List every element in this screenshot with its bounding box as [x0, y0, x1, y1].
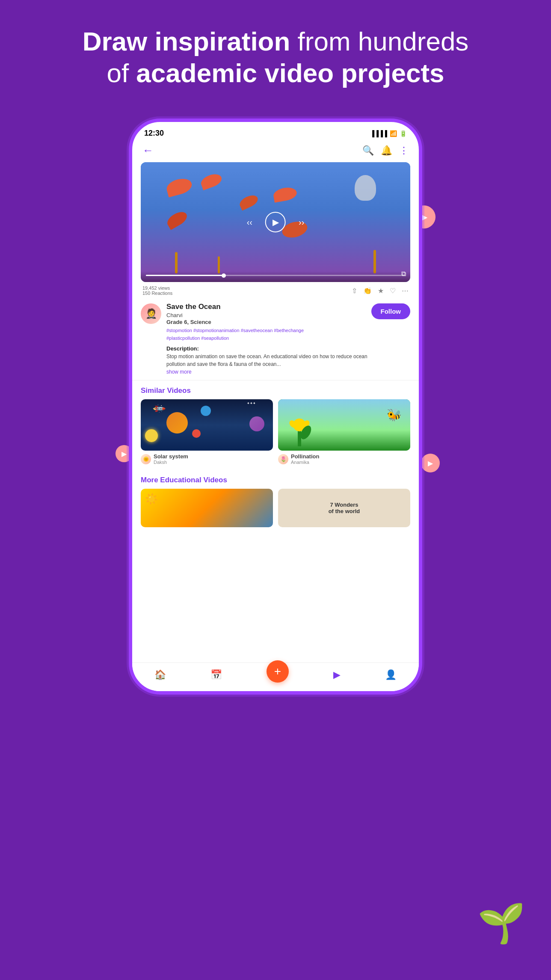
wonders-text: 7 Wondersof the world — [329, 502, 360, 515]
headline-bold1: Draw inspiration — [83, 27, 290, 56]
progress-dot — [222, 273, 226, 278]
similar-videos-title: Similar Videos — [132, 380, 419, 399]
stats-actions: ⇧ 👏 ★ ♡ ⋯ — [352, 287, 409, 295]
video-stats: 19,452 views 150 Reactions ⇧ 👏 ★ ♡ ⋯ — [132, 282, 419, 299]
bell-icon[interactable]: 🔔 — [381, 145, 392, 156]
channel-tags: #stopmotion #stopmotionanimation #saveth… — [166, 327, 368, 342]
add-icon: + — [274, 665, 281, 678]
status-time: 12:30 — [144, 129, 164, 138]
description-label: Description: — [166, 345, 368, 352]
phone-frame: 12:30 ▐▐▐▐ 📶 🔋 ← 🔍 🔔 ⋮ — [130, 120, 421, 693]
forward-button[interactable]: ›› — [299, 217, 304, 227]
video-card-solar[interactable]: 🚀 ✦✦✦ 🌞 Solar system Daksh — [141, 399, 273, 465]
solar-title: Solar system — [154, 453, 188, 460]
pollination-card-info: 🌷 Pollination Anamika — [278, 453, 410, 465]
video-card-pollination[interactable]: 🐝 🌷 Pollination Anami — [278, 399, 410, 465]
star-icon[interactable]: ★ — [378, 287, 384, 295]
solar-avatar: 🌞 — [141, 454, 151, 464]
solar-card-info: 🌞 Solar system Daksh — [141, 453, 273, 465]
progress-fill — [146, 275, 224, 276]
similar-videos-list: 🚀 ✦✦✦ 🌞 Solar system Daksh — [132, 399, 419, 470]
pollination-author: Anamika — [291, 460, 319, 465]
more-videos-title: More Educational Videos — [132, 470, 419, 489]
edu-thumb-1[interactable]: ☀️ — [141, 489, 273, 527]
play-button[interactable]: ▶ — [265, 212, 286, 232]
nav-calendar[interactable]: 📅 — [210, 669, 222, 680]
top-nav: ← 🔍 🔔 ⋮ — [132, 141, 419, 162]
float-play-right2-icon: ▶ — [421, 454, 440, 472]
more-icon[interactable]: ⋮ — [399, 145, 409, 156]
video-controls — [141, 271, 410, 282]
status-bar: 12:30 ▐▐▐▐ 📶 🔋 — [132, 122, 419, 141]
more-videos-list: ☀️ 7 Wondersof the world — [132, 489, 419, 532]
phone-screen: 12:30 ▐▐▐▐ 📶 🔋 ← 🔍 🔔 ⋮ — [132, 122, 419, 691]
rewind-button[interactable]: ‹‹ — [247, 217, 252, 227]
headline-normal1: from hundreds — [290, 27, 468, 56]
follow-button[interactable]: Follow — [371, 303, 411, 319]
description-text: Stop motion animation on save the ocean.… — [166, 353, 368, 368]
headline: Draw inspiration from hundreds of academ… — [0, 0, 551, 107]
phone-mockup: ▶ ▶ ▶ 12:30 ▐▐▐▐ 📶 🔋 ← 🔍 🔔 ⋮ — [130, 120, 421, 693]
progress-bar[interactable] — [146, 275, 405, 276]
solar-thumb: 🚀 ✦✦✦ — [141, 399, 273, 451]
similar-videos-section: Similar Videos — [132, 380, 419, 470]
video-player[interactable]: ‹‹ ▶ ›› ⧉ — [141, 162, 410, 282]
search-icon[interactable]: 🔍 — [362, 145, 374, 156]
signal-icon: ▐▐▐▐ — [370, 130, 387, 137]
bottom-nav: 🏠 📅 + ▶ 👤 — [132, 662, 419, 691]
heart-icon[interactable]: ♡ — [390, 287, 396, 295]
plant-decoration: 🌱 — [477, 901, 525, 946]
nav-profile[interactable]: 👤 — [385, 669, 397, 680]
nav-home[interactable]: 🏠 — [154, 669, 166, 680]
more-videos-section: More Educational Videos ☀️ 7 Wondersof t… — [132, 470, 419, 532]
fullscreen-button[interactable]: ⧉ — [401, 270, 406, 278]
wifi-icon: 📶 — [390, 130, 397, 137]
headline-normal2: of — [107, 58, 136, 88]
battery-icon: 🔋 — [400, 130, 407, 137]
reactions-count: 150 Reactions — [142, 291, 172, 296]
scroll-content[interactable]: ‹‹ ▶ ›› ⧉ — [132, 162, 419, 691]
channel-author: Charvi — [166, 312, 368, 318]
channel-name: Save the Ocean — [166, 303, 368, 311]
pollination-avatar: 🌷 — [278, 454, 288, 464]
channel-avatar: 🤵 — [141, 303, 161, 324]
channel-grade: Grade 6, Science — [166, 319, 368, 325]
channel-info: 🤵 Save the Ocean Charvi Grade 6, Science… — [132, 299, 419, 380]
status-icons: ▐▐▐▐ 📶 🔋 — [370, 130, 407, 137]
solar-author: Daksh — [154, 460, 188, 465]
nav-add-button[interactable]: + — [267, 660, 289, 683]
pollination-thumb: 🐝 — [278, 399, 410, 451]
more-options-icon[interactable]: ⋯ — [402, 287, 409, 295]
profile-icon: 👤 — [385, 669, 397, 680]
play-controls[interactable]: ‹‹ ▶ ›› — [247, 212, 305, 232]
back-button[interactable]: ← — [142, 144, 154, 157]
nav-video[interactable]: ▶ — [333, 669, 341, 680]
video-nav-icon: ▶ — [333, 669, 341, 680]
show-more-link[interactable]: show more — [166, 369, 368, 375]
channel-details: Save the Ocean Charvi Grade 6, Science #… — [166, 303, 368, 375]
headline-bold2: academic video projects — [136, 58, 444, 88]
clap-icon[interactable]: 👏 — [363, 287, 372, 295]
edu-thumb-2[interactable]: 7 Wondersof the world — [278, 489, 410, 527]
home-icon: 🏠 — [154, 669, 166, 680]
pollination-title: Pollination — [291, 453, 319, 460]
calendar-icon: 📅 — [210, 669, 222, 680]
share-icon[interactable]: ⇧ — [352, 287, 357, 295]
views-count: 19,452 views — [142, 285, 172, 291]
